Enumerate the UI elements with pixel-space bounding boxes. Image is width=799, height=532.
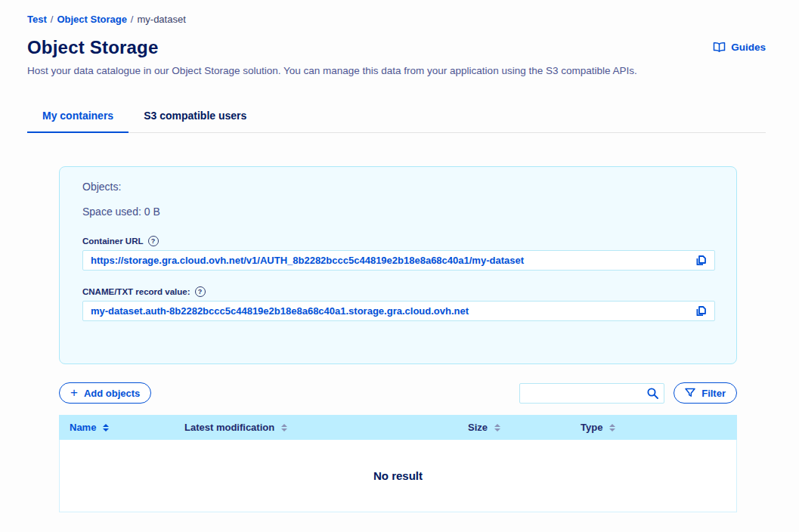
sort-icon bbox=[281, 424, 287, 431]
book-icon bbox=[713, 42, 726, 53]
search-box bbox=[519, 383, 664, 404]
add-objects-button[interactable]: + Add objects bbox=[59, 382, 151, 404]
guides-link[interactable]: Guides bbox=[713, 42, 766, 53]
sort-icon bbox=[103, 424, 109, 431]
guides-label: Guides bbox=[731, 42, 766, 53]
plus-icon: + bbox=[70, 386, 78, 399]
tab-bar: My containers S3 compatible users bbox=[27, 101, 766, 133]
space-used: Space used: 0 B bbox=[82, 206, 714, 218]
breadcrumb: Test/Object Storage/my-dataset bbox=[27, 14, 766, 25]
page-title: Object Storage bbox=[27, 37, 159, 58]
breadcrumb-current: my-dataset bbox=[137, 14, 185, 25]
help-icon[interactable]: ? bbox=[195, 286, 206, 297]
objects-table: Name Latest modification Size Type No re… bbox=[59, 415, 737, 512]
table-header: Name Latest modification Size Type bbox=[59, 415, 737, 440]
column-header-type[interactable]: Type bbox=[581, 422, 737, 433]
column-header-name[interactable]: Name bbox=[59, 422, 184, 433]
table-empty-row: No result bbox=[59, 440, 737, 512]
page-header: Object Storage Guides bbox=[27, 37, 766, 58]
copy-icon bbox=[695, 255, 707, 267]
copy-container-url-button[interactable] bbox=[693, 253, 708, 268]
add-objects-label: Add objects bbox=[84, 388, 140, 399]
container-summary-panel: Objects: Space used: 0 B Container URL ?… bbox=[59, 166, 737, 364]
column-header-latest-modification[interactable]: Latest modification bbox=[184, 422, 468, 433]
sort-icon bbox=[609, 424, 615, 431]
cname-record-input[interactable] bbox=[91, 305, 693, 317]
objects-count: Objects: bbox=[82, 181, 714, 193]
cname-record-field bbox=[82, 301, 715, 321]
filter-button[interactable]: Filter bbox=[674, 382, 737, 404]
objects-toolbar: + Add objects Filter bbox=[59, 382, 737, 404]
breadcrumb-link-test[interactable]: Test bbox=[27, 14, 47, 25]
container-url-field bbox=[82, 250, 715, 271]
tab-s3-compatible-users[interactable]: S3 compatible users bbox=[129, 101, 262, 133]
empty-message: No result bbox=[373, 469, 423, 482]
page-description: Host your data catalogue in our Object S… bbox=[27, 65, 766, 76]
help-icon[interactable]: ? bbox=[148, 236, 159, 246]
filter-label: Filter bbox=[701, 388, 726, 399]
container-url-label: Container URL ? bbox=[82, 236, 159, 246]
funnel-icon bbox=[685, 388, 695, 398]
cname-record-label: CNAME/TXT record value: ? bbox=[82, 286, 206, 297]
tab-my-containers[interactable]: My containers bbox=[27, 101, 129, 133]
search-input[interactable] bbox=[519, 383, 664, 404]
column-header-size[interactable]: Size bbox=[468, 422, 581, 433]
copy-icon bbox=[695, 305, 707, 317]
copy-cname-button[interactable] bbox=[693, 304, 708, 319]
breadcrumb-separator: / bbox=[51, 14, 54, 25]
container-url-input[interactable] bbox=[91, 255, 693, 266]
breadcrumb-separator: / bbox=[131, 14, 134, 25]
object-storage-page: Test/Object Storage/my-dataset Object St… bbox=[0, 0, 799, 512]
sort-icon bbox=[494, 424, 500, 431]
search-icon[interactable] bbox=[646, 387, 659, 403]
breadcrumb-link-object-storage[interactable]: Object Storage bbox=[57, 14, 126, 25]
